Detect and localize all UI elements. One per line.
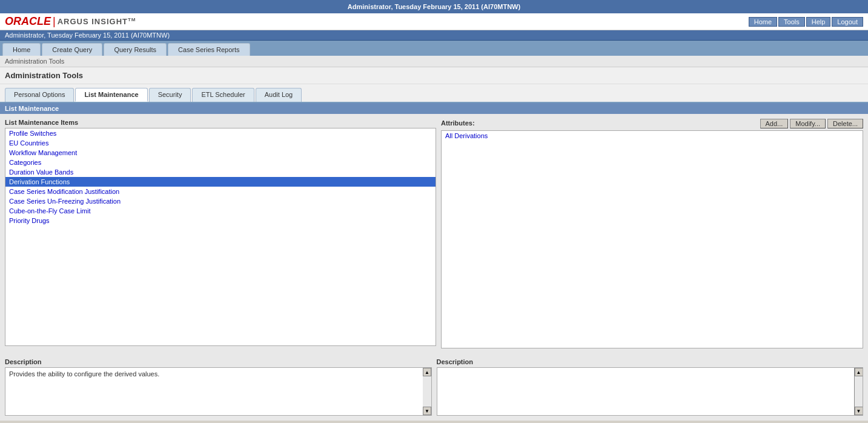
list-item-duration-value-bands[interactable]: Duration Value Bands (5, 167, 436, 177)
attributes-label: Attributes: (441, 119, 475, 127)
right-desc-label: Description (437, 358, 864, 365)
tab-case-series-reports[interactable]: Case Series Reports (168, 43, 250, 56)
page-title: Administration Tools (0, 67, 868, 84)
home-nav-button[interactable]: Home (749, 17, 777, 27)
left-panel: List Maintenance Items Profile Switches … (5, 119, 436, 348)
logo-bar: ORACLE | ARGUS INSIGHTTM Home Tools Help… (0, 13, 868, 30)
list-item-derivation-functions[interactable]: Derivation Functions (5, 177, 436, 187)
modify-button[interactable]: Modify... (790, 119, 826, 128)
tools-nav-button[interactable]: Tools (778, 17, 805, 27)
tab-create-query[interactable]: Create Query (42, 43, 102, 56)
oracle-text: ORACLE (5, 15, 51, 28)
list-item-workflow-management[interactable]: Workflow Management (5, 148, 436, 158)
desc-row: Description Provides the ability to conf… (0, 353, 868, 421)
delete-button[interactable]: Delete... (827, 119, 863, 128)
list-item-priority-drugs[interactable]: Priority Drugs (5, 216, 436, 225)
logo-pipe: | (53, 15, 56, 28)
sub-tabs: Personal Options List Maintenance Securi… (0, 84, 868, 103)
list-item-eu-countries[interactable]: EU Countries (5, 138, 436, 148)
attributes-header: Attributes: Add... Modify... Delete... (441, 119, 863, 128)
argus-text: ARGUS INSIGHTTM (58, 17, 136, 26)
left-desc-label: Description (5, 358, 432, 365)
attr-buttons: Add... Modify... Delete... (760, 119, 863, 128)
breadcrumb: Administration Tools (0, 56, 868, 67)
list-item-cube-on-fly[interactable]: Cube-on-the-Fly Case Limit (5, 206, 436, 216)
subtab-personal-options[interactable]: Personal Options (5, 88, 74, 102)
user-name: Administrator (348, 3, 391, 10)
left-desc-text: Provides the ability to configure the de… (5, 368, 431, 380)
left-panel-label: List Maintenance Items (5, 119, 436, 126)
user-info-bar: Administrator, Tuesday February 15, 2011… (0, 30, 868, 41)
right-scroll-down[interactable]: ▼ (855, 407, 863, 415)
logout-nav-button[interactable]: Logout (832, 17, 863, 27)
list-item-categories[interactable]: Categories (5, 158, 436, 167)
main-grid: List Maintenance Items Profile Switches … (0, 114, 868, 353)
subtab-audit-log[interactable]: Audit Log (256, 88, 302, 102)
left-scroll-up[interactable]: ▲ (423, 368, 431, 376)
right-desc-scrollbar[interactable]: ▲ ▼ (854, 368, 863, 415)
right-desc-text (437, 368, 863, 373)
list-maintenance-items: Profile Switches EU Countries Workflow M… (5, 128, 436, 346)
tab-home[interactable]: Home (2, 43, 41, 56)
oracle-logo: ORACLE | ARGUS INSIGHTTM (5, 15, 136, 28)
subtab-list-maintenance[interactable]: List Maintenance (75, 88, 147, 102)
top-nav-right: Home Tools Help Logout (749, 17, 863, 27)
section-header: List Maintenance (0, 103, 868, 114)
left-desc-box: Provides the ability to configure the de… (5, 367, 432, 416)
right-panel: Attributes: Add... Modify... Delete... A… (441, 119, 863, 348)
right-desc-panel: Description ▲ ▼ (437, 358, 864, 416)
left-desc-scrollbar[interactable]: ▲ ▼ (423, 368, 431, 415)
attr-item-all-derivations[interactable]: All Derivations (442, 131, 863, 141)
list-item-case-series-mod[interactable]: Case Series Modification Justification (5, 187, 436, 196)
date-info: , Tuesday February 15, 2011 (AI70MTNW) (391, 3, 520, 10)
add-button[interactable]: Add... (760, 119, 789, 128)
left-desc-panel: Description Provides the ability to conf… (5, 358, 432, 416)
main-tabs: Home Create Query Query Results Case Ser… (0, 41, 868, 56)
right-desc-box: ▲ ▼ (437, 367, 864, 416)
right-scroll-up[interactable]: ▲ (855, 368, 863, 376)
top-bar: Administrator, Tuesday February 15, 2011… (0, 0, 868, 13)
tab-query-results[interactable]: Query Results (104, 43, 167, 56)
list-item-profile-switches[interactable]: Profile Switches (5, 128, 436, 138)
help-nav-button[interactable]: Help (806, 17, 831, 27)
top-bar-info: Administrator, Tuesday February 15, 2011… (348, 3, 520, 10)
attributes-list: All Derivations (441, 130, 863, 348)
user-info-text: Administrator, Tuesday February 15, 2011… (5, 32, 170, 39)
list-item-case-series-unfreeze[interactable]: Case Series Un-Freezing Justification (5, 196, 436, 206)
subtab-etl-scheduler[interactable]: ETL Scheduler (192, 88, 254, 102)
left-scroll-down[interactable]: ▼ (423, 407, 431, 415)
subtab-security[interactable]: Security (149, 88, 191, 102)
